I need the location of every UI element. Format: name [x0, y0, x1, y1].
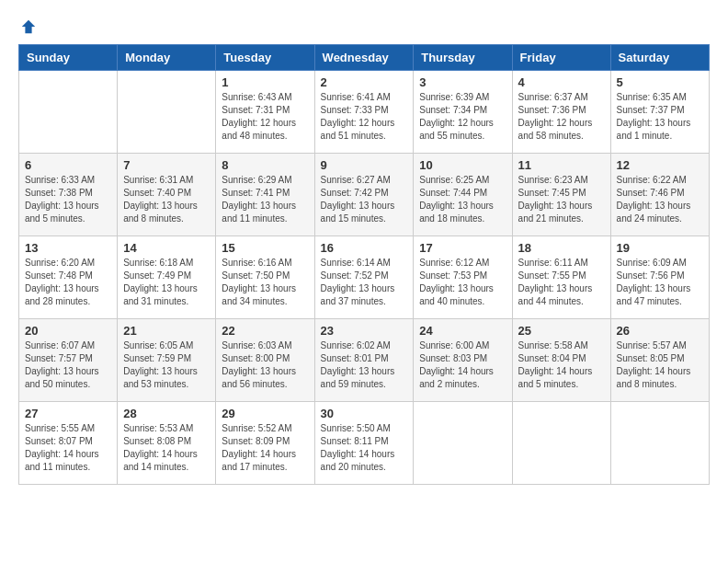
day-info: Sunrise: 6:37 AMSunset: 7:36 PMDaylight:…: [518, 91, 605, 143]
day-number: 27: [25, 407, 111, 420]
day-info: Sunrise: 6:33 AMSunset: 7:38 PMDaylight:…: [25, 174, 111, 225]
day-info: Sunrise: 6:31 AMSunset: 7:40 PMDaylight:…: [123, 174, 210, 225]
calendar-week-1: 1Sunrise: 6:43 AMSunset: 7:31 PMDaylight…: [19, 71, 710, 154]
calendar-cell: 27Sunrise: 5:55 AMSunset: 8:07 PMDayligh…: [19, 402, 118, 485]
day-info: Sunrise: 6:07 AMSunset: 7:57 PMDaylight:…: [25, 339, 111, 391]
weekday-header-wednesday: Wednesday: [314, 45, 414, 71]
day-number: 25: [518, 324, 605, 338]
weekday-header-saturday: Saturday: [610, 45, 709, 71]
day-number: 24: [419, 324, 506, 338]
calendar-cell: 11Sunrise: 6:23 AMSunset: 7:45 PMDayligh…: [512, 154, 610, 236]
day-info: Sunrise: 5:58 AMSunset: 8:04 PMDaylight:…: [518, 339, 605, 391]
day-number: 5: [617, 75, 703, 89]
calendar-cell: 10Sunrise: 6:25 AMSunset: 7:44 PMDayligh…: [414, 154, 512, 236]
day-number: 2: [321, 75, 408, 89]
day-number: 4: [518, 75, 605, 89]
day-info: Sunrise: 5:53 AMSunset: 8:08 PMDaylight:…: [123, 422, 210, 474]
calendar-table: SundayMondayTuesdayWednesdayThursdayFrid…: [18, 44, 710, 485]
day-number: 8: [222, 158, 308, 172]
day-info: Sunrise: 5:52 AMSunset: 8:09 PMDaylight:…: [222, 422, 308, 474]
day-info: Sunrise: 6:43 AMSunset: 7:31 PMDaylight:…: [222, 91, 308, 143]
day-number: 7: [123, 158, 210, 172]
day-info: Sunrise: 6:20 AMSunset: 7:48 PMDaylight:…: [25, 257, 111, 308]
calendar-cell: 15Sunrise: 6:16 AMSunset: 7:50 PMDayligh…: [216, 236, 314, 319]
day-info: Sunrise: 6:05 AMSunset: 7:59 PMDaylight:…: [123, 339, 210, 391]
calendar-cell: [512, 402, 610, 485]
day-info: Sunrise: 6:22 AMSunset: 7:46 PMDaylight:…: [617, 174, 703, 225]
calendar-cell: 5Sunrise: 6:35 AMSunset: 7:37 PMDaylight…: [610, 71, 709, 154]
day-number: 9: [321, 158, 408, 172]
calendar-cell: [118, 71, 216, 154]
day-number: 14: [123, 241, 210, 255]
calendar-cell: 8Sunrise: 6:29 AMSunset: 7:41 PMDaylight…: [216, 154, 314, 236]
day-info: Sunrise: 6:00 AMSunset: 8:03 PMDaylight:…: [419, 339, 506, 391]
day-number: 19: [617, 241, 703, 255]
weekday-header-row: SundayMondayTuesdayWednesdayThursdayFrid…: [19, 45, 710, 71]
calendar-cell: 7Sunrise: 6:31 AMSunset: 7:40 PMDaylight…: [118, 154, 216, 236]
day-number: 3: [419, 75, 506, 89]
day-number: 11: [518, 158, 605, 172]
day-number: 16: [321, 241, 408, 255]
day-info: Sunrise: 6:14 AMSunset: 7:52 PMDaylight:…: [321, 257, 408, 308]
calendar-cell: 26Sunrise: 5:57 AMSunset: 8:05 PMDayligh…: [610, 319, 709, 402]
calendar-cell: 19Sunrise: 6:09 AMSunset: 7:56 PMDayligh…: [610, 236, 709, 319]
day-info: Sunrise: 6:11 AMSunset: 7:55 PMDaylight:…: [518, 257, 605, 308]
calendar-week-4: 20Sunrise: 6:07 AMSunset: 7:57 PMDayligh…: [19, 319, 710, 402]
day-number: 12: [617, 158, 703, 172]
day-info: Sunrise: 5:57 AMSunset: 8:05 PMDaylight:…: [617, 339, 703, 391]
day-number: 10: [419, 158, 506, 172]
day-number: 17: [419, 241, 506, 255]
calendar-cell: [19, 71, 118, 154]
calendar-cell: 20Sunrise: 6:07 AMSunset: 7:57 PMDayligh…: [19, 319, 118, 402]
day-info: Sunrise: 6:03 AMSunset: 8:00 PMDaylight:…: [222, 339, 308, 391]
day-number: 6: [25, 158, 111, 172]
calendar-cell: 16Sunrise: 6:14 AMSunset: 7:52 PMDayligh…: [314, 236, 414, 319]
calendar-cell: 6Sunrise: 6:33 AMSunset: 7:38 PMDaylight…: [19, 154, 118, 236]
day-info: Sunrise: 6:25 AMSunset: 7:44 PMDaylight:…: [419, 174, 506, 225]
weekday-header-friday: Friday: [512, 45, 610, 71]
calendar-cell: 25Sunrise: 5:58 AMSunset: 8:04 PMDayligh…: [512, 319, 610, 402]
day-info: Sunrise: 6:27 AMSunset: 7:42 PMDaylight:…: [321, 174, 408, 225]
day-info: Sunrise: 6:09 AMSunset: 7:56 PMDaylight:…: [617, 257, 703, 308]
day-number: 1: [222, 75, 308, 89]
calendar-cell: 22Sunrise: 6:03 AMSunset: 8:00 PMDayligh…: [216, 319, 314, 402]
calendar-cell: 13Sunrise: 6:20 AMSunset: 7:48 PMDayligh…: [19, 236, 118, 319]
day-number: 22: [222, 324, 308, 338]
day-info: Sunrise: 6:35 AMSunset: 7:37 PMDaylight:…: [617, 91, 703, 143]
day-number: 26: [617, 324, 703, 338]
day-info: Sunrise: 6:16 AMSunset: 7:50 PMDaylight:…: [222, 257, 308, 308]
weekday-header-sunday: Sunday: [19, 45, 118, 71]
day-number: 30: [321, 407, 408, 420]
calendar-cell: 14Sunrise: 6:18 AMSunset: 7:49 PMDayligh…: [118, 236, 216, 319]
day-number: 23: [321, 324, 408, 338]
calendar-cell: [610, 402, 709, 485]
day-info: Sunrise: 5:55 AMSunset: 8:07 PMDaylight:…: [25, 422, 111, 474]
calendar-cell: 24Sunrise: 6:00 AMSunset: 8:03 PMDayligh…: [414, 319, 512, 402]
page-header: [18, 18, 710, 35]
day-number: 29: [222, 407, 308, 420]
calendar-cell: 12Sunrise: 6:22 AMSunset: 7:46 PMDayligh…: [610, 154, 709, 236]
calendar-cell: 2Sunrise: 6:41 AMSunset: 7:33 PMDaylight…: [314, 71, 414, 154]
day-number: 20: [25, 324, 111, 338]
weekday-header-thursday: Thursday: [414, 45, 512, 71]
calendar-week-5: 27Sunrise: 5:55 AMSunset: 8:07 PMDayligh…: [19, 402, 710, 485]
calendar-cell: 28Sunrise: 5:53 AMSunset: 8:08 PMDayligh…: [118, 402, 216, 485]
calendar-cell: 4Sunrise: 6:37 AMSunset: 7:36 PMDaylight…: [512, 71, 610, 154]
logo: [18, 18, 37, 35]
svg-marker-0: [22, 20, 35, 33]
day-info: Sunrise: 6:18 AMSunset: 7:49 PMDaylight:…: [123, 257, 210, 308]
logo-icon: [20, 18, 37, 35]
calendar-cell: 9Sunrise: 6:27 AMSunset: 7:42 PMDaylight…: [314, 154, 414, 236]
day-number: 21: [123, 324, 210, 338]
calendar-cell: 18Sunrise: 6:11 AMSunset: 7:55 PMDayligh…: [512, 236, 610, 319]
day-number: 28: [123, 407, 210, 420]
calendar-cell: 1Sunrise: 6:43 AMSunset: 7:31 PMDaylight…: [216, 71, 314, 154]
day-info: Sunrise: 5:50 AMSunset: 8:11 PMDaylight:…: [321, 422, 408, 474]
calendar-cell: 30Sunrise: 5:50 AMSunset: 8:11 PMDayligh…: [314, 402, 414, 485]
day-number: 13: [25, 241, 111, 255]
calendar-cell: 23Sunrise: 6:02 AMSunset: 8:01 PMDayligh…: [314, 319, 414, 402]
day-info: Sunrise: 6:12 AMSunset: 7:53 PMDaylight:…: [419, 257, 506, 308]
day-info: Sunrise: 6:41 AMSunset: 7:33 PMDaylight:…: [321, 91, 408, 143]
day-number: 18: [518, 241, 605, 255]
calendar-cell: 17Sunrise: 6:12 AMSunset: 7:53 PMDayligh…: [414, 236, 512, 319]
